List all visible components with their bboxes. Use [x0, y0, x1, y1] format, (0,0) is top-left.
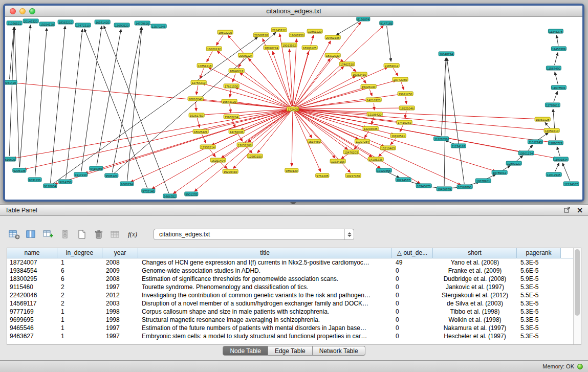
graph-node[interactable]: 13651208 — [237, 143, 253, 147]
delete-table-button[interactable] — [92, 228, 106, 241]
graph-node[interactable]: 17953214 — [200, 145, 216, 149]
graph-node[interactable]: 16251404 — [210, 158, 226, 163]
close-panel-icon[interactable]: ✕ — [577, 207, 583, 214]
graph-node[interactable]: 11901834 — [553, 157, 569, 162]
graph-node[interactable]: 17472310 — [75, 23, 91, 28]
table-row[interactable]: 1872400712008Changes of HCN gene express… — [7, 258, 581, 267]
graph-node[interactable]: 16581420 — [95, 20, 111, 25]
new-table-button[interactable] — [75, 228, 89, 241]
graph-node[interactable]: 14782036 — [229, 129, 245, 134]
graph-node[interactable]: 9853120 — [285, 168, 298, 173]
graph-node[interactable]: 9205135 — [12, 168, 26, 173]
graph-node[interactable]: 15210463 — [380, 146, 396, 150]
graph-node[interactable]: 21036521 — [7, 21, 23, 26]
graph-node[interactable]: 10456789 — [437, 187, 452, 191]
network-canvas[interactable]: 1724091860222516020132178512181275421020… — [5, 17, 582, 200]
graph-node[interactable]: 12983150 — [247, 154, 263, 159]
graph-node[interactable]: 18090774 — [264, 46, 279, 50]
graph-node[interactable]: 13570246 — [151, 24, 167, 29]
graph-node[interactable]: 11307254 — [355, 139, 370, 144]
graph-node[interactable]: 18940213 — [229, 69, 245, 73]
graph-node[interactable]: 10476203 — [343, 150, 359, 155]
graph-node[interactable]: 18312030 — [325, 53, 341, 58]
graph-node[interactable]: 12204635 — [363, 126, 379, 131]
close-window-button[interactable] — [10, 8, 16, 14]
column-header-short[interactable]: short — [433, 248, 517, 258]
graph-node[interactable]: 16648794 — [439, 52, 454, 56]
graph-node[interactable]: 18306125 — [302, 46, 318, 50]
graph-node[interactable]: 10567890 — [457, 185, 473, 189]
float-panel-icon[interactable] — [564, 206, 571, 215]
graph-node[interactable]: 22068318 — [253, 33, 269, 37]
graph-node[interactable]: 16020132 — [206, 47, 222, 51]
graph-node[interactable]: 20081124 — [238, 53, 253, 58]
graph-node[interactable]: 18521046 — [399, 106, 415, 111]
graph-node[interactable]: 9410365 — [89, 166, 103, 171]
graph-node[interactable]: 9761205 — [315, 173, 329, 178]
graph-node[interactable]: 20462135 — [325, 35, 341, 40]
graph-node[interactable]: 9702146 — [141, 189, 155, 193]
graph-node[interactable]: 10789012 — [492, 170, 508, 175]
graph-node[interactable]: 11345278 — [548, 29, 563, 34]
graph-node[interactable]: 9608234 — [120, 182, 134, 186]
graph-node[interactable]: 17410263 — [397, 120, 412, 125]
window-titlebar[interactable]: citations_edges.txt — [5, 6, 582, 17]
graph-node[interactable]: 16843120 — [222, 99, 237, 104]
graph-node[interactable]: 11890723 — [548, 141, 563, 145]
tab-node-table[interactable]: Node Table — [223, 346, 268, 356]
graph-node[interactable]: 2616605 — [5, 157, 16, 162]
graph-node[interactable]: 11123056 — [433, 137, 449, 141]
tab-network-table[interactable]: Network Table — [313, 346, 365, 356]
minimize-window-button[interactable] — [19, 8, 26, 14]
graph-node[interactable]: 1514459 — [307, 139, 321, 144]
graph-node[interactable]: 12012945 — [546, 172, 562, 177]
graph-node[interactable]: 20351420 — [5, 80, 17, 85]
graph-node[interactable]: 18363210 — [58, 20, 74, 25]
graph-node[interactable]: 20145320 — [23, 19, 39, 24]
table-row[interactable]: 911546021997Tourette syndrome. Phenomeno… — [7, 283, 581, 291]
graph-node[interactable]: 16352410 — [352, 72, 367, 77]
graph-node[interactable]: 19261753 — [189, 113, 205, 118]
graph-node[interactable]: 17462310 — [339, 62, 355, 67]
graph-node[interactable]: 14653210 — [544, 128, 560, 133]
table-row[interactable]: 969969511998Structural magnetic resonanc… — [7, 316, 581, 324]
show-columns-button[interactable] — [24, 228, 38, 241]
table-row[interactable]: 977716911998Corpus callosum shape and si… — [7, 308, 581, 316]
graph-node[interactable]: 9120654 — [43, 184, 57, 188]
graph-node[interactable]: 20742360 — [393, 77, 408, 82]
column-header-year[interactable]: year — [102, 248, 138, 258]
table-row[interactable]: 1830029562008Estimation of significance … — [7, 275, 581, 283]
graph-node[interactable]: 18025421 — [193, 129, 209, 134]
graph-node[interactable]: 15982204 — [224, 115, 239, 119]
table-row[interactable]: 946362711997Embryonic stem cells: a mode… — [7, 332, 581, 340]
graph-node[interactable]: 11456389 — [551, 47, 567, 51]
graph-node[interactable]: 9806352 — [163, 194, 177, 199]
graph-node[interactable]: 12134067 — [563, 182, 579, 186]
graph-node[interactable]: 10890123 — [506, 161, 522, 166]
import-table-button[interactable] — [108, 228, 123, 241]
graph-node[interactable]: 9031136 — [28, 178, 42, 182]
graph-node[interactable]: 19663950 — [289, 33, 305, 37]
graph-node[interactable]: 14216320 — [366, 98, 382, 102]
table-row[interactable]: 1456911722003Disruption of a novel membe… — [7, 299, 581, 308]
graph-node[interactable]: 17851218 — [197, 63, 213, 68]
graph-node[interactable]: 10123456 — [376, 168, 392, 173]
graph-node[interactable]: 15236410 — [223, 169, 238, 174]
tab-edge-table[interactable]: Edge Table — [268, 346, 313, 356]
zoom-window-button[interactable] — [29, 8, 35, 14]
table-scrollbar[interactable] — [573, 248, 581, 344]
column-header-in-degree[interactable]: in_degree — [57, 248, 102, 258]
graph-node[interactable]: 11234167 — [451, 144, 466, 148]
graph-node[interactable]: 19631250 — [398, 92, 413, 96]
graph-node[interactable]: 8136074 — [356, 17, 370, 21]
table-row[interactable]: 1938455462009Genome-wide association stu… — [7, 267, 581, 275]
create-column-button[interactable] — [41, 228, 55, 241]
graph-node[interactable]: 10678901 — [475, 179, 491, 183]
graph-node[interactable]: 10237456 — [345, 173, 361, 178]
graph-node[interactable]: 10345678 — [416, 184, 432, 188]
graph-node[interactable]: 11012345 — [528, 140, 543, 144]
graph-node[interactable]: 13106420 — [367, 112, 383, 117]
table-row[interactable]: 946554611997Estimation of the future num… — [7, 324, 581, 332]
graph-node[interactable]: 19861320 — [307, 29, 323, 34]
graph-node[interactable]: 9317210 — [74, 172, 88, 177]
